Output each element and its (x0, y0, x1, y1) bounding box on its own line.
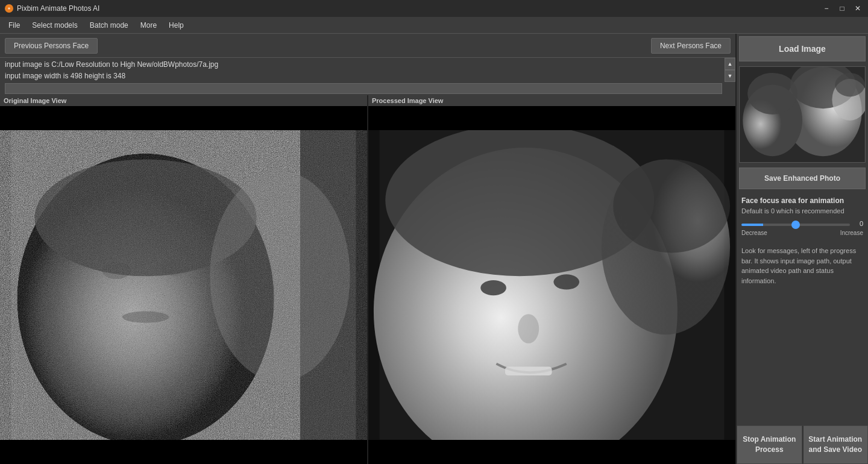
thumbnail-area (739, 66, 866, 163)
original-image-panel: Original Image View (0, 95, 367, 464)
thumbnail-svg (740, 67, 865, 162)
app-title: Pixbim Animate Photos AI (17, 4, 99, 13)
slider-row: 0 (741, 219, 863, 228)
next-persons-button[interactable]: Next Persons Face (651, 38, 731, 54)
svg-point-14 (518, 315, 539, 343)
start-animation-button[interactable]: Start Animation and Save Video (802, 425, 869, 464)
svg-point-13 (553, 275, 579, 290)
stop-animation-label: Stop Animation Process (743, 434, 796, 455)
slider-decrease-label: Decrease (741, 230, 767, 236)
svg-point-24 (835, 73, 864, 97)
original-image-area (0, 106, 367, 464)
scroll-controls: ▲ ▼ (725, 58, 735, 82)
stop-animation-button[interactable]: Stop Animation Process (737, 425, 802, 464)
slider-container (741, 219, 850, 228)
svg-rect-8 (11, 130, 356, 440)
original-image-display (0, 130, 367, 440)
bottom-buttons: Stop Animation Process Start Animation a… (737, 425, 868, 464)
original-image-svg (0, 130, 367, 440)
processed-image-display (368, 130, 735, 440)
menu-help[interactable]: Help (163, 19, 190, 32)
slider-value: 0 (854, 220, 863, 227)
info-line1: input image is C:/Low Resolution to High… (5, 59, 723, 71)
scroll-up-button[interactable]: ▲ (725, 58, 735, 70)
original-top-black (0, 106, 367, 130)
load-image-button[interactable]: Load Image (739, 36, 866, 61)
processed-panel-label: Processed Image View (368, 95, 735, 106)
prev-persons-button[interactable]: Previous Persons Face (5, 38, 98, 54)
menu-file[interactable]: File (2, 19, 26, 32)
minimize-button[interactable]: − (821, 3, 832, 14)
menu-more[interactable]: More (134, 19, 163, 32)
info-line2: input image width is 498 height is 348 (5, 71, 723, 82)
image-views: Original Image View (0, 95, 735, 464)
right-panel: Load Image (735, 34, 868, 464)
processed-image-area (368, 106, 735, 464)
svg-point-17 (613, 160, 730, 253)
title-bar: Pixbim Animate Photos AI − □ ✕ (0, 0, 868, 17)
save-enhanced-button[interactable]: Save Enhanced Photo (739, 168, 866, 189)
content-area: Previous Persons Face Next Persons Face … (0, 34, 735, 464)
svg-point-22 (747, 73, 797, 114)
info-message: Look for messages, left of the progress … (737, 241, 868, 425)
original-panel-label: Original Image View (0, 95, 367, 106)
start-animation-label: Start Animation and Save Video (808, 434, 862, 455)
title-bar-controls: − □ ✕ (821, 3, 863, 14)
processed-image-svg (368, 130, 735, 440)
processed-top-black (368, 106, 735, 130)
face-focus-title: Face focus area for animation (741, 196, 863, 205)
original-bottom-black (0, 440, 367, 464)
scroll-down-button[interactable]: ▼ (725, 70, 735, 82)
progress-bar (5, 83, 722, 94)
svg-rect-15 (505, 367, 552, 376)
menu-bar: File Select models Batch mode More Help (0, 17, 868, 34)
main-layout: Previous Persons Face Next Persons Face … (0, 34, 868, 464)
nav-bar: Previous Persons Face Next Persons Face (0, 34, 735, 58)
svg-point-12 (480, 280, 506, 295)
info-text: input image is C:/Low Resolution to High… (5, 59, 723, 82)
maximize-button[interactable]: □ (837, 3, 848, 14)
face-focus-slider[interactable] (741, 224, 850, 226)
menu-batch-mode[interactable]: Batch mode (84, 19, 134, 32)
face-focus-subtitle: Default is 0 which is recommended (741, 207, 863, 215)
face-focus-section: Face focus area for animation Default is… (737, 192, 868, 241)
slider-labels: Decrease Increase (741, 230, 863, 236)
menu-select-models[interactable]: Select models (26, 19, 83, 32)
title-bar-left: Pixbim Animate Photos AI (5, 4, 99, 13)
processed-image-panel: Processed Image View (367, 95, 735, 464)
close-button[interactable]: ✕ (852, 3, 863, 14)
processed-bottom-black (368, 440, 735, 464)
progress-bar-row (0, 82, 735, 95)
slider-increase-label: Increase (840, 230, 863, 236)
app-icon (5, 4, 13, 13)
